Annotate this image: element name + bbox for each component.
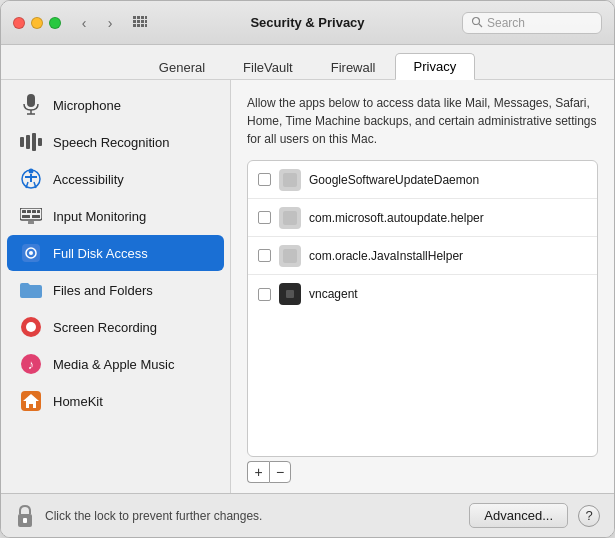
svg-rect-7 <box>137 24 140 27</box>
table-row: com.microsoft.autoupdate.helper <box>248 199 597 237</box>
svg-rect-44 <box>283 211 297 225</box>
svg-rect-6 <box>133 24 136 27</box>
screen-recording-icon <box>19 315 43 339</box>
svg-point-39 <box>26 322 36 332</box>
table-row: GoogleSoftwareUpdateDaemon <box>248 161 597 199</box>
svg-rect-14 <box>27 94 35 107</box>
svg-rect-2 <box>141 16 144 19</box>
table-row: com.oracle.JavaInstallHelper <box>248 237 597 275</box>
app-checkbox-0[interactable] <box>258 173 271 186</box>
window-title: Security & Privacy <box>250 15 364 30</box>
sidebar-label-screen-recording: Screen Recording <box>53 320 157 335</box>
grid-icon[interactable] <box>129 12 151 34</box>
sidebar-item-accessibility[interactable]: Accessibility <box>7 161 224 197</box>
svg-rect-31 <box>37 210 40 213</box>
sidebar-label-media-music: Media & Apple Music <box>53 357 174 372</box>
svg-rect-0 <box>133 16 136 19</box>
search-box[interactable] <box>462 12 602 34</box>
search-input[interactable] <box>487 16 593 30</box>
app-name-2: com.oracle.JavaInstallHelper <box>309 249 463 263</box>
help-button[interactable]: ? <box>578 505 600 527</box>
tab-filevault[interactable]: FileVault <box>224 54 312 80</box>
right-panel: Allow the apps below to access data like… <box>231 80 614 493</box>
back-button[interactable]: ‹ <box>73 12 95 34</box>
remove-app-button[interactable]: − <box>269 461 291 483</box>
svg-rect-18 <box>26 135 30 149</box>
sidebar-item-homekit[interactable]: HomeKit <box>7 383 224 419</box>
app-checkbox-2[interactable] <box>258 249 271 262</box>
homekit-icon <box>19 389 43 413</box>
table-row: vncagent <box>248 275 597 313</box>
tabs-bar: General FileVault Firewall Privacy <box>1 45 614 80</box>
sidebar-label-files-folders: Files and Folders <box>53 283 153 298</box>
list-toolbar: + − <box>247 461 598 483</box>
accessibility-icon <box>19 167 43 191</box>
lock-icon[interactable] <box>15 504 35 528</box>
sidebar-label-accessibility: Accessibility <box>53 172 124 187</box>
svg-point-12 <box>473 17 480 24</box>
svg-rect-47 <box>286 290 294 298</box>
sidebar-item-media-music[interactable]: ♪ Media & Apple Music <box>7 346 224 382</box>
sidebar-item-files-folders[interactable]: Files and Folders <box>7 272 224 308</box>
add-app-button[interactable]: + <box>247 461 269 483</box>
app-list: GoogleSoftwareUpdateDaemon com.microsoft… <box>247 160 598 457</box>
svg-rect-19 <box>32 133 36 151</box>
lock-text: Click the lock to prevent further change… <box>45 509 459 523</box>
svg-rect-29 <box>27 210 31 213</box>
svg-rect-30 <box>32 210 36 213</box>
sidebar-item-screen-recording[interactable]: Screen Recording <box>7 309 224 345</box>
minimize-button[interactable] <box>31 17 43 29</box>
description-text: Allow the apps below to access data like… <box>247 94 598 148</box>
input-monitoring-icon <box>19 204 43 228</box>
app-icon-0 <box>279 169 301 191</box>
traffic-lights <box>13 17 61 29</box>
tab-firewall[interactable]: Firewall <box>312 54 395 80</box>
app-name-0: GoogleSoftwareUpdateDaemon <box>309 173 479 187</box>
app-icon-1 <box>279 207 301 229</box>
app-name-1: com.microsoft.autoupdate.helper <box>309 211 484 225</box>
window: ‹ › Security & Privacy <box>0 0 615 538</box>
files-folders-icon <box>19 278 43 302</box>
svg-rect-5 <box>141 20 144 23</box>
sidebar-item-full-disk-access[interactable]: Full Disk Access <box>7 235 224 271</box>
sidebar: Microphone Speech Recognition <box>1 80 231 493</box>
sidebar-label-full-disk: Full Disk Access <box>53 246 148 261</box>
microphone-icon <box>19 93 43 117</box>
close-button[interactable] <box>13 17 25 29</box>
svg-rect-33 <box>32 215 40 218</box>
app-icon-2 <box>279 245 301 267</box>
sidebar-item-microphone[interactable]: Microphone <box>7 87 224 123</box>
tab-privacy[interactable]: Privacy <box>395 53 476 80</box>
svg-rect-49 <box>23 518 27 523</box>
svg-rect-9 <box>145 16 147 19</box>
svg-rect-4 <box>137 20 140 23</box>
main-content: Microphone Speech Recognition <box>1 80 614 493</box>
svg-rect-28 <box>22 210 26 213</box>
search-icon <box>471 16 483 30</box>
sidebar-label-microphone: Microphone <box>53 98 121 113</box>
app-checkbox-3[interactable] <box>258 288 271 301</box>
media-music-icon: ♪ <box>19 352 43 376</box>
maximize-button[interactable] <box>49 17 61 29</box>
titlebar: ‹ › Security & Privacy <box>1 1 614 45</box>
svg-text:♪: ♪ <box>28 357 35 372</box>
sidebar-label-input-monitoring: Input Monitoring <box>53 209 146 224</box>
tab-general[interactable]: General <box>140 54 224 80</box>
svg-line-13 <box>479 24 482 27</box>
forward-button[interactable]: › <box>99 12 121 34</box>
advanced-button[interactable]: Advanced... <box>469 503 568 528</box>
svg-rect-11 <box>145 24 147 27</box>
svg-rect-43 <box>283 173 297 187</box>
svg-rect-45 <box>283 249 297 263</box>
sidebar-label-speech: Speech Recognition <box>53 135 169 150</box>
app-checkbox-1[interactable] <box>258 211 271 224</box>
svg-rect-10 <box>145 20 147 23</box>
sidebar-item-speech-recognition[interactable]: Speech Recognition <box>7 124 224 160</box>
app-icon-3 <box>279 283 301 305</box>
app-name-3: vncagent <box>309 287 358 301</box>
full-disk-access-icon <box>19 241 43 265</box>
sidebar-label-homekit: HomeKit <box>53 394 103 409</box>
speech-recognition-icon <box>19 130 43 154</box>
sidebar-item-input-monitoring[interactable]: Input Monitoring <box>7 198 224 234</box>
svg-rect-34 <box>28 221 34 224</box>
